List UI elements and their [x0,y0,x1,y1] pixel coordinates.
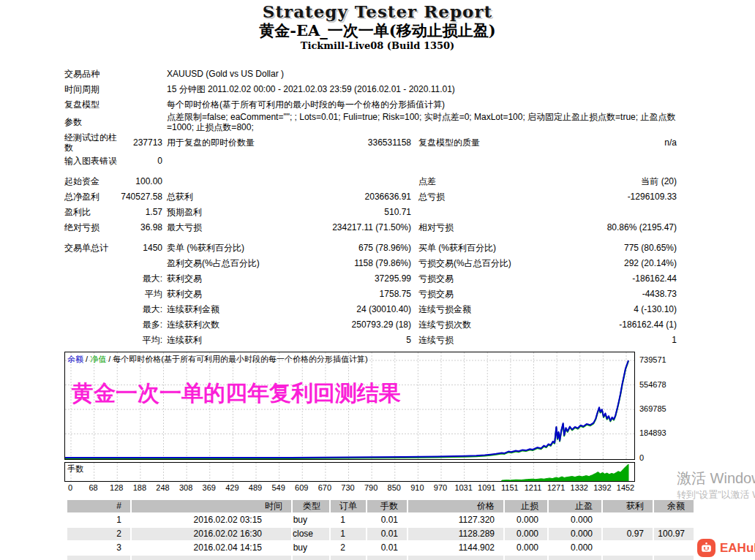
summary-label: 总获利 [162,189,287,204]
legend-separator: / [106,355,113,363]
summary-value [287,173,411,189]
summary-value: -1296109.33 [543,189,677,204]
eahub-badge: EAHub [697,539,755,557]
trade-cell [603,556,653,560]
trade-cell: 1 [331,528,366,540]
summary-value: 2036636.91 [287,189,411,204]
summary-label: 总亏损 [411,189,543,204]
windows-activation-watermark-subtext: 转到“设置”以激活 Windows。 [677,488,755,502]
trade-cell: 0.01 [367,542,407,554]
trade-cell [132,556,291,560]
trade-cell: 2 [67,528,130,540]
summary-value: 1.57 [119,204,162,219]
summary-label: 时间周期 [64,81,119,97]
summary-label: 获利交易 [162,270,287,286]
summary-label: 交易品种 [64,66,119,81]
trade-row [67,556,694,560]
trades-header-cell: 余额 [654,500,694,512]
trade-cell: 2 [331,542,366,554]
summary-label: 输入图表错误 [64,153,119,168]
x-tick-label: 1332 [571,483,588,492]
summary-label: 连续亏损金额 [411,301,543,317]
report-server-line: Tickmill-Live08 (Build 1350) [0,40,755,52]
x-tick-label: 308 [179,483,192,492]
summary-value [119,66,162,81]
summary-row: 经测试过的柱数237713用于复盘的即时价数量336531158复盘模型的质量n… [64,132,677,153]
summary-row: 交易品种XAUUSD (Gold vs US Dollar ) [64,66,677,81]
y-tick-label: 369785 [639,404,666,414]
summary-value: 每个即时价格(基于所有可利用的最小时段的每一个价格的分形插值计算) [162,97,677,112]
windows-activation-watermark: 激活 Windows [677,469,755,488]
summary-value: -186162.44 [543,270,677,286]
report-subtitle: 黄金-EA_一次一单(移动止损止盈) [0,21,755,40]
summary-row [64,235,677,240]
trade-cell [549,556,601,560]
x-tick-label: 549 [271,483,285,492]
report-title: Strategy Tester Report [0,0,755,21]
summary-table: 交易品种XAUUSD (Gold vs US Dollar )时间周期15 分钟… [64,66,677,347]
trade-cell: 2016.02.02 03:15 [132,514,291,526]
summary-label: 盈利交易(%占总百分比) [162,255,287,270]
summary-value: 最多: [119,317,162,332]
trades-header-cell: # [67,500,130,512]
trades-header-cell: 获利 [603,500,653,512]
legend-balance-label: 余额 [67,355,83,363]
summary-row: 交易单总计1450卖单 (%获利百分比)675 (78.96%)买单 (%获利百… [64,240,677,255]
trade-cell [505,556,547,560]
eahub-robot-icon [697,539,715,557]
summary-value: 平均 [119,286,162,301]
lots-chart [64,462,635,482]
trades-header-cell: 时间 [132,500,291,512]
trade-cell: 2016.02.02 16:30 [132,528,291,540]
trades-header-row: #时间类型订单手数价格止损止盈获利余额 [67,500,694,512]
eahub-label: EAHub [720,541,755,556]
trades-header-cell: 手数 [367,500,407,512]
trades-header-cell: 止盈 [549,500,601,512]
summary-label [64,332,119,347]
summary-label: 经测试过的柱数 [64,132,119,153]
summary-row: 平均获利交易1758.75亏损交易-4438.73 [64,286,677,301]
summary-row: 起始资金100.00点差当前 (20) [64,173,677,189]
trade-cell [408,556,503,560]
summary-value: 237713 [119,132,162,153]
x-tick-label: 489 [249,483,262,492]
trade-cell: 1 [331,514,366,526]
summary-value: 740527.58 [119,189,162,204]
summary-value [543,204,677,219]
x-tick-label: 248 [156,483,169,492]
summary-label [64,301,119,317]
summary-value: -4438.73 [543,286,677,301]
summary-label: 亏损交易(%占总百分比) [411,255,543,270]
trade-row: 22016.02.02 16:30close10.011128.2890.000… [67,528,694,540]
summary-label: 相对亏损 [411,219,543,235]
summary-row [64,168,677,173]
summary-value: 0 [119,153,162,168]
y-tick-label: 739571 [639,355,666,365]
trades-table: #时间类型订单手数价格止损止盈获利余额 12016.02.02 03:15buy… [66,499,695,560]
trade-cell: 0.000 [505,528,547,540]
summary-body: 交易品种XAUUSD (Gold vs US Dollar )时间周期15 分钟… [64,66,677,347]
summary-label: 盈利比 [64,204,119,219]
summary-row: 总净盈利740527.58总获利2036636.91总亏损-1296109.33 [64,189,677,204]
summary-value: 250793.29 (18) [287,317,411,332]
summary-row: 最多:连续获利次数250793.29 (18)连续亏损次数-186162.44 … [64,317,677,332]
x-tick-label: 188 [133,483,146,492]
summary-label: 买单 (%获利百分比) [411,240,543,255]
summary-value: 最大: [119,270,162,286]
summary-value: 平均: [119,332,162,347]
trade-cell: 0.000 [549,542,601,554]
legend-separator: / [83,355,90,363]
summary-value [287,153,411,168]
summary-value: 1758.75 [287,286,411,301]
summary-label [64,317,119,332]
summary-value: 80.86% (2195.47) [543,219,677,235]
trade-cell [603,542,653,554]
summary-label: 复盘模型的质量 [411,132,543,153]
summary-value: 36.98 [119,219,162,235]
trade-cell: 100.97 [654,528,694,540]
x-tick-label: 429 [225,483,238,492]
summary-label: 连续亏损 [411,332,543,347]
summary-value [119,97,162,112]
x-tick-label: 609 [295,483,308,492]
summary-label: 点差 [411,173,543,189]
